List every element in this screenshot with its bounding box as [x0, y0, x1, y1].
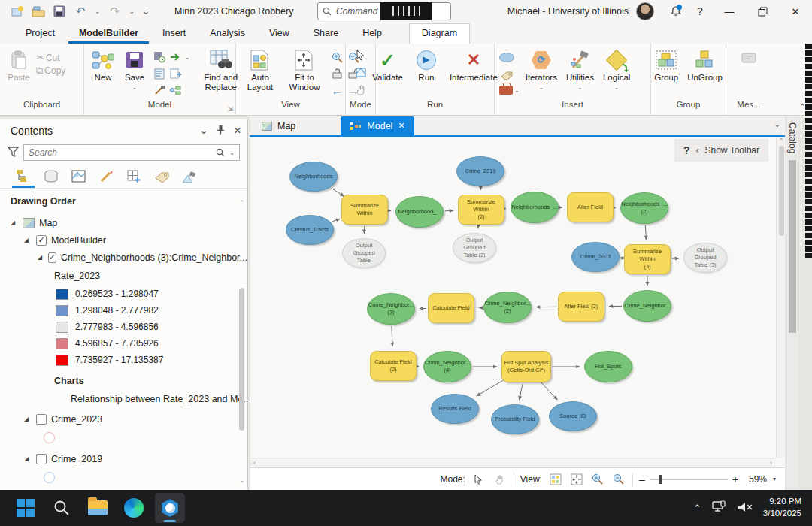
account-name[interactable]: Michael - University of Illinois	[508, 6, 629, 17]
crime-2023-point-symbol[interactable]	[44, 432, 55, 443]
open-project-icon[interactable]	[32, 5, 45, 18]
zoom-percentage[interactable]: 59%	[749, 474, 767, 485]
tab-list-chevron-icon[interactable]: ⌄	[774, 120, 780, 128]
export-arrow-button[interactable]	[168, 50, 183, 65]
model-node-in4[interactable]: Crime_2023	[571, 242, 620, 272]
taskbar-search-button[interactable]	[47, 493, 77, 523]
legend-swatch[interactable]	[56, 322, 68, 333]
tools-icon[interactable]	[152, 83, 167, 98]
search-icon[interactable]	[216, 148, 225, 157]
notifications-bell-icon[interactable]	[665, 0, 687, 23]
expand-triangle-icon[interactable]: ◢	[24, 455, 32, 462]
copy-button[interactable]: ⧉ Copy	[36, 65, 65, 77]
avatar[interactable]	[636, 2, 654, 20]
logical-button[interactable]: Logical ⌄	[600, 47, 633, 92]
tree-item-crime-2019[interactable]: ◢ Crime_2019	[11, 450, 247, 467]
ribbon-tab-analysis[interactable]: Analysis	[199, 24, 256, 44]
model-node-g8[interactable]: Hot_Spots	[584, 351, 632, 382]
scroll-right-arrow-icon[interactable]: ›	[770, 459, 772, 467]
fit-to-window-button[interactable]: Fit to Window	[283, 47, 326, 94]
model-node-in7[interactable]: Source_ID	[549, 401, 597, 431]
tab-list-by-labeling[interactable]	[151, 168, 174, 188]
intermediate-button[interactable]: ✕ Intermediate	[447, 47, 501, 84]
model-node-g3[interactable]: Neighborhoods_... (2)	[620, 192, 668, 224]
network-display-icon[interactable]	[712, 500, 727, 515]
model-node-o2[interactable]: Output Grouped Table (2)	[453, 233, 496, 263]
search-chevron-icon[interactable]: ⌄	[229, 150, 235, 156]
volume-muted-icon[interactable]	[738, 501, 753, 515]
save-model-button[interactable]: Save ⌄	[120, 47, 149, 92]
model-node-t2[interactable]: Summarize Within (2)	[458, 195, 504, 225]
model-node-t3[interactable]: Alter Field	[567, 192, 614, 222]
model-node-g1[interactable]: Neighborhood_...	[395, 196, 444, 228]
utilities-button[interactable]: Utilities ⌄	[563, 47, 597, 92]
mode-pan-hand-icon[interactable]	[492, 472, 508, 487]
model-nodes-icon[interactable]	[168, 83, 183, 98]
zoom-in-icon[interactable]	[329, 50, 344, 65]
back-arrow-icon[interactable]: ←	[329, 83, 344, 98]
ribbon-tab-view[interactable]: View	[259, 24, 300, 44]
label-tag-button[interactable]	[499, 68, 514, 83]
toolbox-chevron-icon[interactable]: ⌄	[514, 87, 520, 94]
model-node-g2[interactable]: Neighborhoods_...	[511, 192, 559, 223]
undo-dropdown-chevron-icon[interactable]: ⌄	[95, 8, 101, 15]
edge-browser-button[interactable]	[119, 493, 149, 523]
view-auto-layout-icon[interactable]	[548, 472, 563, 487]
model-node-g6[interactable]: Crime_Neighbor... (3)	[367, 293, 415, 325]
messages-icon[interactable]	[741, 50, 756, 65]
model-dialog-launcher-icon[interactable]: ⇲	[227, 105, 233, 113]
tree-item-map[interactable]: ◢ Map	[11, 214, 247, 231]
model-node-g5[interactable]: Crime_Neighbor... (2)	[483, 292, 532, 323]
view-tab-map[interactable]: Map	[253, 116, 304, 135]
ribbon-tab-project[interactable]: Project	[15, 24, 65, 44]
crime-2019-point-symbol[interactable]	[44, 472, 55, 483]
model-node-t5[interactable]: Alter Field (2)	[558, 292, 604, 322]
pin-icon[interactable]	[217, 125, 225, 137]
ribbon-tab-help[interactable]: Help	[352, 24, 392, 44]
crime-2019-checkbox[interactable]	[36, 454, 47, 464]
pan-hand-button[interactable]	[353, 82, 368, 97]
tree-item-modelbuilder[interactable]: ◢ ✓ ModelBuilder	[11, 231, 247, 249]
zoom-plus[interactable]: +	[732, 473, 738, 485]
legend-swatch[interactable]	[56, 289, 68, 300]
tree-item-crime-2023[interactable]: ◢ Crime_2023	[11, 410, 247, 428]
model-node-t4[interactable]: Summarize Within (3)	[624, 244, 671, 274]
scroll-up-arrow-icon[interactable]: ⌃	[238, 199, 246, 207]
contents-search-box[interactable]: ⌄	[23, 144, 240, 161]
legend-swatch[interactable]	[56, 305, 68, 316]
ribbon-tab-diagram[interactable]: Diagram	[409, 23, 470, 44]
crime-neighborhoods-checkbox[interactable]: ✓	[48, 252, 56, 263]
mode-select-cursor-icon[interactable]	[471, 472, 486, 487]
model-node-o3[interactable]: Output Grouped Table (3)	[683, 243, 727, 273]
auto-layout-button[interactable]: Auto Layout	[241, 47, 280, 94]
customize-quick-access-icon[interactable]: ⌄̄	[142, 6, 150, 17]
utilities-chevron-icon[interactable]: ⌄	[577, 84, 583, 91]
lock-icon[interactable]	[329, 66, 344, 81]
expand-triangle-icon[interactable]: ◢	[38, 254, 44, 261]
new-project-icon[interactable]	[11, 5, 24, 18]
variable-oval-button[interactable]	[499, 50, 514, 65]
model-node-in3[interactable]: Crime_2019	[456, 156, 504, 186]
view-tab-model[interactable]: Model ✕	[341, 116, 414, 135]
taskbar-clock[interactable]: 9:20 PM 3/10/2025	[763, 496, 801, 519]
scroll-down-arrow-icon[interactable]: ⌄	[238, 476, 246, 484]
model-node-g4[interactable]: Crime_Neighbor...	[623, 290, 671, 322]
pane-menu-chevron-icon[interactable]: ⌄	[200, 125, 208, 136]
tab-list-by-drawing-order[interactable]	[12, 168, 35, 188]
crime-2023-checkbox[interactable]	[36, 414, 47, 425]
logical-chevron-icon[interactable]: ⌄	[614, 84, 620, 91]
toolbox-button[interactable]	[499, 86, 513, 95]
model-node-o1[interactable]: Output Grouped Table	[342, 238, 386, 268]
save-copy-button[interactable]	[152, 50, 167, 65]
cut-button[interactable]: ✂ Cut	[36, 52, 65, 63]
ribbon-tab-share[interactable]: Share	[303, 24, 349, 44]
scroll-left-arrow-icon[interactable]: ‹	[253, 459, 256, 467]
close-pane-icon[interactable]: ✕	[234, 125, 241, 136]
modelbuilder-checkbox[interactable]: ✓	[36, 235, 47, 246]
model-node-t1[interactable]: Summarize Within	[341, 195, 388, 225]
tree-item-crime-neighborhoods[interactable]: ◢ ✓ Crime_Neighborhoods (3):Crime_Neighb…	[11, 249, 247, 266]
save-project-icon[interactable]	[53, 5, 66, 18]
model-node-in6[interactable]: Probability Field	[491, 404, 539, 434]
contents-scrollbar[interactable]: ⌃ ⌄	[238, 286, 246, 484]
tab-list-by-imagery[interactable]	[179, 168, 201, 188]
